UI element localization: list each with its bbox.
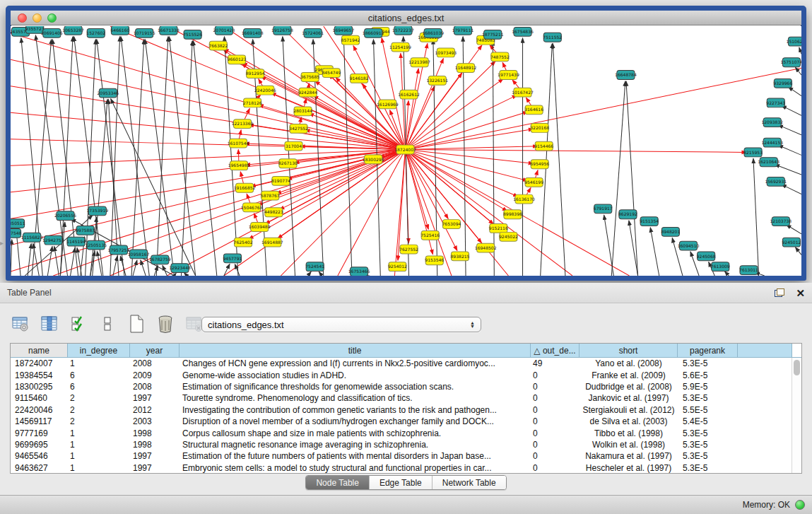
teal-node[interactable]: 9245012 (782, 238, 801, 247)
yellow-node[interactable]: 8267130 (278, 159, 298, 168)
citation-edge-red[interactable] (405, 112, 528, 150)
table-row[interactable]: 946554611997Estimation of the future num… (11, 450, 792, 462)
citation-edge-red[interactable] (276, 150, 406, 194)
yellow-node[interactable]: 7627552 (399, 245, 418, 254)
citation-edge-black[interactable] (120, 256, 126, 276)
citation-edge-red[interactable] (405, 129, 533, 149)
yellow-node[interactable]: 9242844 (298, 88, 317, 97)
teal-node[interactable]: 16861039 (422, 28, 444, 37)
new-document-icon[interactable] (126, 313, 147, 334)
teal-node[interactable]: 20953346 (98, 88, 119, 98)
teal-node[interactable]: 16691408 (242, 28, 264, 37)
table-row[interactable]: 977716911998Corpus callosum shape and si… (11, 427, 792, 438)
teal-node[interactable]: 7511552 (543, 33, 562, 42)
yellow-node[interactable]: 7525416 (420, 230, 440, 240)
tab-network-table[interactable]: Network Table (433, 476, 506, 489)
column-header-in_degree[interactable]: in_degree (68, 344, 130, 357)
minimize-window-icon[interactable] (33, 13, 42, 23)
yellow-node[interactable]: 8571942 (341, 35, 360, 45)
citation-edge-red[interactable] (405, 150, 746, 153)
network-window[interactable]: citations_edges.txt 18724007183002957663… (6, 6, 806, 281)
teal-node[interactable]: 18660912 (363, 28, 384, 37)
citation-edge-black[interactable] (47, 246, 52, 276)
teal-node[interactable]: 10958167 (128, 250, 150, 259)
yellow-node[interactable]: 7653094 (442, 220, 461, 229)
teal-node[interactable]: 20691406 (41, 28, 63, 37)
citation-edge-black[interactable] (174, 273, 176, 276)
column-header-out_de[interactable]: △ out_de... (531, 344, 579, 357)
yellow-node[interactable]: 11648912 (455, 64, 477, 73)
yellow-node[interactable]: 7663822 (208, 41, 228, 50)
teal-node[interactable]: 8629192 (618, 210, 637, 219)
yellow-node[interactable]: 8190774 (271, 176, 290, 185)
citation-edge-red[interactable] (167, 26, 405, 150)
yellow-node[interactable]: 18300295 (363, 155, 384, 164)
yellow-node[interactable]: 16136170 (513, 194, 535, 204)
column-header-empty[interactable] (738, 344, 792, 357)
citation-edge-black[interactable] (795, 247, 801, 255)
citation-edge-black[interactable] (319, 271, 322, 276)
yellow-node[interactable]: 8998398 (503, 210, 522, 219)
unselect-rows-icon[interactable] (97, 313, 118, 334)
table-settings-icon[interactable] (10, 313, 31, 334)
teal-node[interactable]: 17353919 (86, 206, 108, 216)
teal-node[interactable]: 6791917 (594, 204, 613, 214)
teal-node[interactable]: 16210643 (758, 158, 779, 167)
teal-node[interactable]: 12093832 (761, 118, 783, 127)
float-window-icon[interactable] (775, 288, 784, 297)
citation-edge-black[interactable] (778, 125, 801, 135)
column-header-name[interactable]: name (11, 344, 68, 357)
column-header-title[interactable]: title (180, 344, 531, 357)
citation-edge-red[interactable] (279, 150, 405, 210)
citation-edge-black[interactable] (133, 260, 137, 276)
column-header-pagerank[interactable]: pagerank (678, 344, 738, 357)
yellow-node[interactable]: 16948502 (475, 243, 497, 252)
column-header-year[interactable]: year (130, 344, 180, 357)
citation-edge-black[interactable] (235, 264, 240, 276)
citation-edge-black[interactable] (283, 37, 295, 276)
tab-edge-table[interactable]: Edge Table (370, 476, 433, 489)
table-row[interactable]: 911546021997Tourette syndrome. Phenomeno… (11, 392, 792, 404)
yellow-node[interactable]: 9660123 (228, 55, 247, 64)
yellow-node[interactable]: 2718126 (243, 98, 262, 107)
yellow-node[interactable]: 6954956 (530, 160, 549, 169)
citation-edge-black[interactable] (141, 260, 146, 276)
yellow-node[interactable]: 8454749 (322, 69, 341, 78)
teal-node[interactable]: 1145194 (66, 237, 86, 246)
teal-node[interactable]: 7613011 (739, 266, 758, 275)
teal-node[interactable]: 9350511 (11, 219, 25, 228)
teal-node[interactable]: 10719155 (134, 28, 155, 37)
yellow-node[interactable]: 19771439 (498, 71, 519, 80)
yellow-node[interactable]: 4498223 (264, 208, 283, 217)
collapsed-panel-chevron-icon[interactable]: ▸ (0, 239, 4, 247)
yellow-node[interactable]: 5878767 (261, 191, 280, 200)
citation-edge-black[interactable] (782, 105, 801, 115)
citation-edge-black[interactable] (163, 265, 167, 276)
yellow-node[interactable]: 9245022 (499, 232, 518, 241)
teal-node[interactable]: 6466160 (111, 26, 130, 35)
yellow-node[interactable]: 9154466 (534, 141, 553, 151)
table-panel-header[interactable]: Table Panel ✕ (0, 283, 812, 303)
yellow-node[interactable]: 9146182 (350, 74, 369, 83)
yellow-node[interactable]: 15046768 (241, 203, 263, 212)
table-selector-dropdown[interactable]: citations_edges.txt ▲▼ (201, 317, 481, 332)
yellow-node[interactable]: 3220168 (530, 124, 549, 133)
teal-node[interactable]: 9397548 (11, 228, 22, 238)
yellow-node[interactable]: 7625402 (234, 238, 253, 247)
citation-edge-black[interactable] (33, 243, 39, 276)
teal-node[interactable]: 16648784 (615, 71, 637, 80)
citation-edge-black[interactable] (626, 81, 638, 276)
yellow-node[interactable]: 10167427 (512, 88, 534, 97)
teal-node[interactable]: 8215953 (743, 148, 763, 157)
table-row[interactable]: 1830029562008Estimation of significance … (11, 381, 792, 392)
yellow-node[interactable]: 9152116 (489, 224, 508, 233)
teal-node[interactable]: 15106233 (787, 37, 801, 46)
citation-edge-black[interactable] (787, 225, 801, 234)
network-window-titlebar[interactable]: citations_edges.txt (11, 11, 801, 25)
teal-node[interactable]: 16949657 (333, 26, 355, 35)
table-row[interactable]: 1938455462009Genome-wide association stu… (11, 369, 792, 380)
citation-edge-black[interactable] (169, 37, 195, 276)
citation-edge-black[interactable] (604, 215, 614, 276)
yellow-node[interactable]: 317004 (285, 141, 302, 151)
citation-edge-black[interactable] (145, 40, 174, 276)
